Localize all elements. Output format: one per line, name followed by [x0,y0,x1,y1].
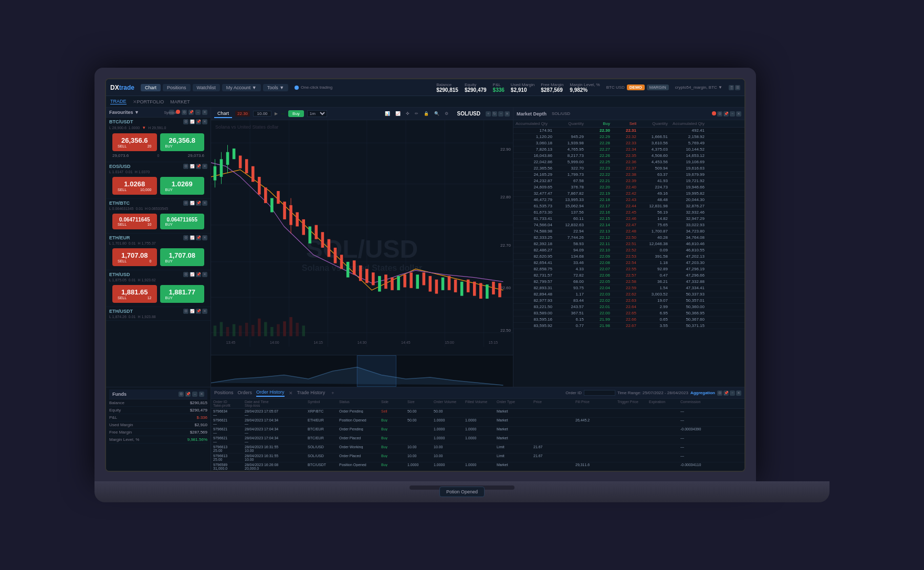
watchlist-settings-btn[interactable]: ⚙ [182,110,187,115]
depth-buy-price[interactable]: 22.18 [584,197,610,202]
btc-settings-icon[interactable]: ⚙ [183,119,188,124]
depth-sell-price[interactable]: 22.65 [610,311,636,315]
depth-sell-price[interactable]: 22.63 [610,298,636,303]
watchlist-nav-btn[interactable]: Watchlist [193,84,220,91]
tools-btn[interactable]: Tools ▼ [263,84,288,91]
depth-sell-price[interactable]: 22.62 [610,292,636,297]
btc-remove-icon[interactable]: ✕ [202,119,207,124]
depth-buy-price[interactable]: 22.03 [584,292,610,297]
eth-usdt-settings-icon[interactable]: ⚙ [183,309,188,314]
watchlist-close-btn[interactable]: ✕ [202,110,207,115]
watchlist-pin-btn[interactable]: 📌 [188,110,194,115]
eos-remove-icon[interactable]: ✕ [202,164,207,169]
eth-eur-remove-icon[interactable]: ✕ [202,235,207,240]
eth-eur-buy-block[interactable]: 1,707.08 BUY [160,248,205,266]
btc-buy-block[interactable]: 26,356.8 BUY [160,133,205,151]
orders-pin-btn[interactable]: 📌 [723,390,729,396]
chart-buy-button[interactable]: Buy [288,110,304,117]
depth-buy-price[interactable]: 22.28 [584,141,610,145]
depth-buy-price[interactable]: 22.21 [584,178,610,183]
depth-buy-price[interactable]: 22.25 [584,160,610,164]
depth-sell-price[interactable]: 22.31 [610,128,636,133]
chart-tab[interactable]: Chart [214,110,232,118]
chart-line-icon[interactable]: 📈 [394,111,402,117]
depth-buy-price[interactable]: 22.00 [584,311,610,315]
depth-sell-price[interactable]: 22.66 [610,317,636,322]
depth-buy-price[interactable]: 22.08 [584,260,610,265]
positions-nav-btn[interactable]: Positions [163,84,191,91]
depth-sell-price[interactable]: 22.37 [610,166,636,171]
eos-settings-icon[interactable]: ⚙ [183,164,188,169]
depth-buy-price[interactable]: 22.26 [584,153,610,158]
depth-sell-price[interactable]: 22.40 [610,185,636,189]
chart-cursor-icon[interactable]: ✜ [404,111,411,117]
orders-settings-btn[interactable]: ⚙ [717,390,722,396]
eth-usd-sell-block[interactable]: 1,881.65 SELL 12 [112,285,157,303]
eth-eur-pin-icon[interactable]: 📌 [196,235,201,240]
depth-sell-price[interactable]: 22.46 [610,216,636,221]
grid-btn[interactable]: ⣿ [729,85,734,90]
depth-sell-price[interactable]: 22.67 [610,323,636,328]
depth-sell-price[interactable]: 22.59 [610,286,636,290]
depth-buy-price[interactable]: 22.04 [584,286,610,290]
btc-sell-block[interactable]: 26,356.6 SELL 20 [112,133,157,151]
chart-settings-icon[interactable]: ⚙ [443,111,450,117]
depth-sell-price[interactable]: 22.57 [610,273,636,278]
depth-buy-price[interactable]: 22.01 [584,304,610,309]
one-click-toggle[interactable]: One-click trading [295,85,332,90]
depth-buy-price[interactable]: 22.30 [584,128,610,133]
watchlist-symbol-search[interactable]: Symbol... [169,110,174,115]
order-id-input[interactable] [584,390,615,396]
eth-btc-pin-icon[interactable]: 📌 [196,200,201,206]
funds-settings-btn[interactable]: ⚙ [178,392,184,397]
depth-sell-price[interactable]: 22.33 [610,141,636,145]
chart-refresh-btn[interactable]: ↻ [492,111,497,117]
eth-usd-chart-icon[interactable]: 📈 [190,272,195,277]
depth-buy-price[interactable]: 21.99 [584,317,610,322]
depth-sell-price[interactable]: 22.35 [610,153,636,158]
table-row[interactable]: 9796621 28/04/2023 17:04:34 ETH/EUR Posi… [211,418,744,427]
depth-sell-price[interactable]: 22.50 [610,235,636,240]
depth-buy-price[interactable]: 22.29 [584,134,610,139]
depth-buy-price[interactable]: 22.10 [584,248,610,252]
depth-buy-price[interactable]: 22.07 [584,267,610,271]
eth-btc-chart-icon[interactable]: 📈 [190,200,195,206]
eth-btc-sell-block[interactable]: 0.064711645 SELL 10 [112,214,157,229]
table-row[interactable]: 9796621 28/04/2023 17:04:34 BTC/EUR Orde… [211,436,744,445]
depth-buy-price[interactable]: 22.17 [584,204,610,208]
eth-eur-chart-icon[interactable]: 📈 [190,235,195,240]
depth-buy-price[interactable]: 22.11 [584,241,610,246]
chart-canvas-area[interactable]: Solana vs United States dollar SOL/USD S… [211,120,513,387]
menu-btn[interactable]: ☰ [735,85,740,90]
table-row[interactable]: 9796621 28/04/2023 17:04:34 BTC/EUR Orde… [211,427,744,436]
table-row[interactable]: 9796613 28/04/2023 16:31:55 SOL/USD Orde… [211,445,744,453]
chart-minimize-btn[interactable]: − [498,111,503,117]
eth-usd-pin-icon[interactable]: 📌 [196,272,201,277]
depth-sell-price[interactable]: 22.42 [610,191,636,196]
depth-sell-price[interactable]: 22.51 [610,241,636,246]
orders-minimize-btn[interactable]: − [730,390,735,396]
chart-zoom-icon[interactable]: 🔍 [433,111,441,117]
eth-usdt-remove-icon[interactable]: ✕ [202,309,207,314]
btc-pin-icon[interactable]: 📌 [196,119,201,124]
depth-sell-price[interactable]: 22.58 [610,279,636,284]
table-row[interactable]: 9796634 28/04/2023 17:05:07 XRP/BTC Orde… [211,409,744,418]
chart-lot-input[interactable] [253,111,271,117]
timeframe-select[interactable]: 1m 5m 15m 1h [307,110,327,117]
btc-chart-icon[interactable]: 📈 [190,119,195,124]
eth-usd-remove-icon[interactable]: ✕ [202,272,207,277]
eos-sell-block[interactable]: 1.0268 SELL 10,000 [112,177,157,195]
chart-lock-icon[interactable]: 🔒 [422,111,430,117]
eos-chart-icon[interactable]: 📈 [190,164,195,169]
funds-minimize-btn[interactable]: − [192,392,197,397]
depth-buy-price[interactable]: 22.09 [584,254,610,259]
depth-buy-price[interactable]: 21.98 [584,323,610,328]
positions-tab[interactable]: Positions [214,390,234,396]
depth-buy-price[interactable]: 22.15 [584,216,610,221]
table-row[interactable]: 9796589 28/04/2023 16:26:08 BTC/USDT Pos… [211,462,744,471]
chart-draw-icon[interactable]: ✏ [413,111,420,117]
eos-pin-icon[interactable]: 📌 [196,164,201,169]
eth-btc-settings-icon[interactable]: ⚙ [183,200,188,206]
chart-add-btn[interactable]: + [486,111,491,117]
market-nav-item[interactable]: MARKET [170,99,190,104]
